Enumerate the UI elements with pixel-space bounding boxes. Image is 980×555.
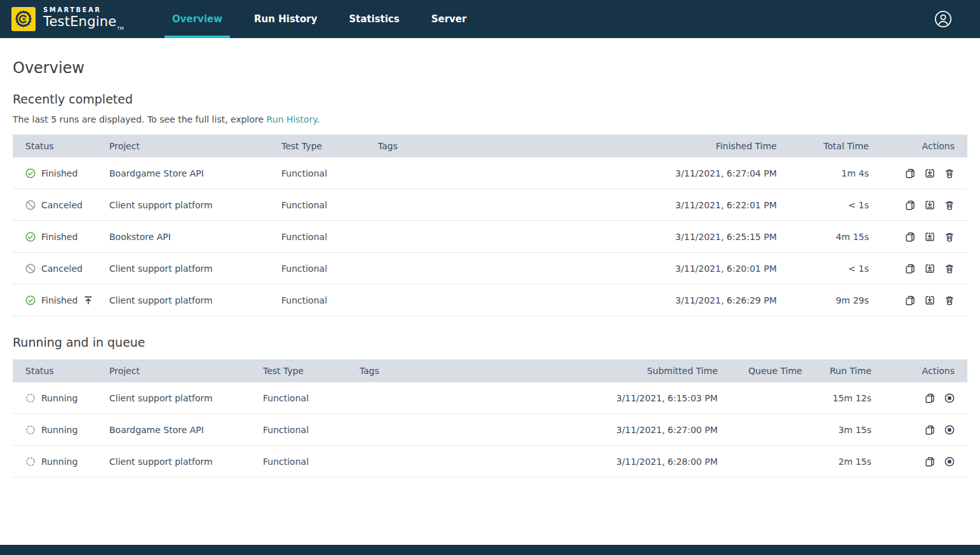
status-cell: Canceled: [13, 200, 109, 210]
download-icon[interactable]: [925, 232, 935, 242]
copy-icon[interactable]: [905, 264, 915, 274]
brand-company: SMARTBEAR: [43, 7, 124, 13]
actions-cell: [869, 264, 967, 274]
status-cell: Running: [13, 425, 109, 435]
completed-row[interactable]: Finished Boardgame Store API Functional …: [13, 157, 967, 189]
running-spinner-icon: [25, 393, 36, 403]
main-content: Overview Recently completed The last 5 r…: [0, 59, 980, 478]
total-time-cell: 9m 29s: [777, 295, 869, 305]
delete-icon[interactable]: [944, 168, 955, 178]
project-cell: Client support platform: [109, 457, 263, 467]
total-time-cell: 4m 15s: [777, 232, 869, 242]
column-header-test-type: Test Type: [263, 366, 359, 376]
actions-cell: [869, 200, 967, 210]
download-icon[interactable]: [925, 264, 935, 274]
column-header-status: Status: [13, 141, 109, 151]
stop-icon[interactable]: [944, 393, 955, 403]
brand-text: SMARTBEAR TestEngineTM: [43, 7, 124, 30]
column-header-finished-time: Finished Time: [593, 141, 777, 151]
status-label: Finished: [41, 232, 77, 242]
project-cell: Client support platform: [109, 295, 281, 305]
project-cell: Bookstore API: [109, 232, 281, 242]
test-type-cell: Functional: [281, 264, 378, 274]
project-cell: Client support platform: [109, 264, 281, 274]
recently-completed-description: The last 5 runs are displayed. To see th…: [13, 114, 967, 124]
nav-tab-statistics[interactable]: Statistics: [341, 0, 406, 38]
nav-tab-run-history[interactable]: Run History: [246, 0, 325, 38]
stop-icon[interactable]: [944, 457, 955, 467]
finished-check-icon: [25, 232, 36, 242]
main-nav: Overview Run History Statistics Server: [156, 0, 483, 38]
copy-icon[interactable]: [905, 295, 915, 305]
download-icon[interactable]: [925, 168, 935, 178]
column-header-actions: Actions: [871, 366, 967, 376]
delete-icon[interactable]: [944, 295, 955, 305]
status-cell: Canceled: [13, 264, 109, 274]
test-type-cell: Functional: [263, 425, 359, 435]
running-row[interactable]: Running Client support platform Function…: [13, 382, 967, 414]
recently-completed-table: Status Project Test Type Tags Finished T…: [13, 135, 967, 316]
stop-icon[interactable]: [944, 425, 955, 435]
test-type-cell: Functional: [263, 457, 359, 467]
footer-bar: [0, 545, 980, 555]
finished-time-cell: 3/11/2021, 6:20:01 PM: [593, 264, 777, 274]
run-time-cell: 2m 15s: [802, 457, 871, 467]
project-cell: Client support platform: [109, 393, 263, 403]
test-type-cell: Functional: [281, 295, 378, 305]
copy-icon[interactable]: [905, 200, 915, 210]
recently-completed-table-header: Status Project Test Type Tags Finished T…: [13, 135, 967, 157]
status-label: Running: [41, 457, 77, 467]
actions-cell: [871, 425, 967, 435]
status-cell: Running: [13, 457, 109, 467]
delete-icon[interactable]: [944, 232, 955, 242]
copy-icon[interactable]: [925, 457, 935, 467]
completed-row[interactable]: Canceled Client support platform Functio…: [13, 253, 967, 284]
column-header-total-time: Total Time: [777, 141, 869, 151]
status-cell: Finished: [13, 232, 109, 242]
finished-time-cell: 3/11/2021, 6:22:01 PM: [593, 200, 777, 210]
run-history-link[interactable]: Run History: [267, 114, 317, 124]
project-cell: Client support platform: [109, 200, 281, 210]
description-text: The last 5 runs are displayed. To see th…: [13, 114, 264, 124]
nav-tab-server[interactable]: Server: [424, 0, 474, 38]
column-header-tags: Tags: [378, 141, 593, 151]
total-time-cell: < 1s: [777, 264, 869, 274]
copy-icon[interactable]: [905, 168, 915, 178]
brand-product: TestEngineTM: [43, 15, 124, 30]
running-row[interactable]: Running Boardgame Store API Functional 3…: [13, 414, 967, 446]
completed-row[interactable]: Finished Bookstore API Functional 3/11/2…: [13, 221, 967, 253]
column-header-tags: Tags: [359, 366, 540, 376]
running-row[interactable]: Running Client support platform Function…: [13, 446, 967, 478]
finished-time-cell: 3/11/2021, 6:27:04 PM: [593, 168, 777, 178]
description-period: .: [317, 114, 319, 124]
submitted-time-cell: 3/11/2021, 6:15:03 PM: [540, 393, 718, 403]
nav-tab-overview[interactable]: Overview: [164, 0, 230, 38]
download-icon[interactable]: [925, 295, 935, 305]
test-type-cell: Functional: [263, 393, 359, 403]
running-spinner-icon: [25, 457, 36, 467]
actions-cell: [869, 295, 967, 305]
project-cell: Boardgame Store API: [109, 425, 263, 435]
brand: SMARTBEAR TestEngineTM: [0, 0, 156, 38]
top-navigation-bar: SMARTBEAR TestEngineTM Overview Run Hist…: [0, 0, 980, 38]
running-queue-table-header: Status Project Test Type Tags Submitted …: [13, 359, 967, 382]
status-label: Finished: [41, 295, 77, 305]
user-avatar-icon[interactable]: [934, 10, 952, 28]
column-header-submitted-time: Submitted Time: [540, 366, 718, 376]
column-header-actions: Actions: [869, 141, 967, 151]
copy-icon[interactable]: [925, 393, 935, 403]
copy-icon[interactable]: [925, 425, 935, 435]
delete-icon[interactable]: [944, 200, 955, 210]
copy-icon[interactable]: [905, 232, 915, 242]
test-type-cell: Functional: [281, 200, 378, 210]
project-cell: Boardgame Store API: [109, 168, 281, 178]
completed-row[interactable]: Canceled Client support platform Functio…: [13, 189, 967, 221]
completed-row[interactable]: Finished Client support platform Functio…: [13, 284, 967, 316]
status-label: Canceled: [41, 264, 83, 274]
user-area: [934, 0, 980, 38]
total-time-cell: < 1s: [777, 200, 869, 210]
download-icon[interactable]: [925, 200, 935, 210]
delete-icon[interactable]: [944, 264, 955, 274]
finished-check-icon: [25, 295, 36, 305]
actions-cell: [871, 457, 967, 467]
